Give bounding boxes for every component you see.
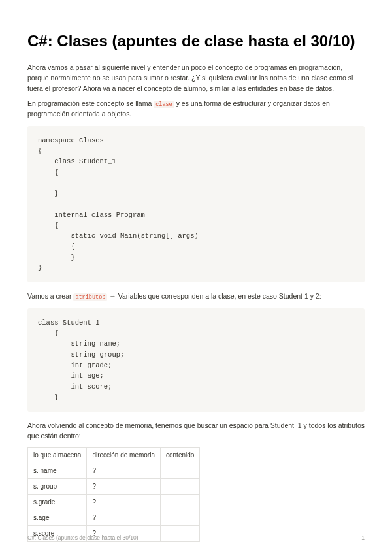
page-title: C#: Clases (apuntes de clase hasta el 30… xyxy=(27,31,365,51)
table-cell xyxy=(161,494,200,510)
table-cell: ? xyxy=(87,510,161,525)
table-row: s.age ? xyxy=(28,510,200,525)
paragraph-memory: Ahora volviendo al concepto de memoria, … xyxy=(27,421,365,442)
table-row: s. name ? xyxy=(28,463,200,478)
paragraph-intro: Ahora vamos a pasar al siguiente nivel y… xyxy=(27,63,365,93)
table-row: s.grade ? xyxy=(28,494,200,510)
inline-code-clase: clase xyxy=(154,101,174,108)
table-cell: s.grade xyxy=(28,494,87,510)
table-header: contenido xyxy=(161,447,200,463)
table-cell xyxy=(161,510,200,525)
table-header: lo que almacena xyxy=(28,447,87,463)
table-cell xyxy=(161,478,200,494)
text-segment: → Variables que corresponden a la clase,… xyxy=(107,292,321,300)
code-block-student: class Student_1 { string name; string gr… xyxy=(27,308,365,412)
table-cell: ? xyxy=(87,463,161,478)
table-cell: ? xyxy=(87,478,161,494)
memory-table: lo que almacena dirección de memoria con… xyxy=(27,447,200,542)
table-row: s. group ? xyxy=(28,478,200,494)
text-segment: Vamos a crear xyxy=(27,292,73,300)
text-segment: En programación este concepto se llama xyxy=(27,99,154,107)
footer-title: C#: Clases (apuntes de clase hasta el 30… xyxy=(27,534,139,542)
table-cell: s.age xyxy=(28,510,87,525)
table-cell xyxy=(161,463,200,478)
table-cell: ? xyxy=(87,494,161,510)
table-cell: s. group xyxy=(28,478,87,494)
footer-page-number: 1 xyxy=(361,534,365,542)
paragraph-attributes: Vamos a crear atributos → Variables que … xyxy=(27,291,365,302)
table-cell: s. name xyxy=(28,463,87,478)
page-footer: C#: Clases (apuntes de clase hasta el 30… xyxy=(27,534,365,542)
table-header-row: lo que almacena dirección de memoria con… xyxy=(28,447,200,463)
code-block-namespace: namespace Clases { class Student_1 { } i… xyxy=(27,126,365,282)
inline-code-atributos: atributos xyxy=(73,293,107,301)
table-header: dirección de memoria xyxy=(87,447,161,463)
paragraph-class-concept: En programación este concepto se llama c… xyxy=(27,99,365,120)
